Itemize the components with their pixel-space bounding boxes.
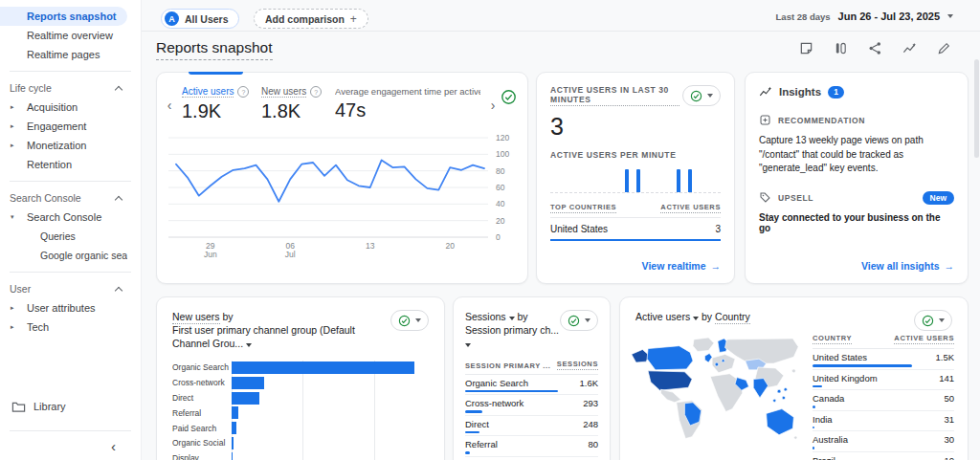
bar-track [232,392,429,405]
row-value: 10 [944,455,954,460]
scrollbar[interactable] [974,59,979,158]
data-quality-dropdown[interactable] [390,310,429,331]
chevron-down-icon [707,94,713,98]
add-comparison-button[interactable]: Add comparison + [254,9,368,29]
sidebar-item-realtime-overview[interactable]: Realtime overview [0,26,127,45]
new-users-bar-chart: Organic SearchCross-networkDirectReferra… [172,361,429,460]
section-title: Life cycle [10,82,52,94]
row-value: 1.5K [935,352,954,362]
metric-tab-new-users[interactable]: New users? 1.8K [261,86,335,122]
collapse-section-icon[interactable] [115,195,122,203]
row-label: Canada [813,393,844,404]
sidebar-item-queries[interactable]: Queries [0,227,127,246]
sidebar-item-user-attributes[interactable]: ▸User attributes [0,298,127,318]
country-table: United States1.5KUnited Kingdom141Canada… [813,349,954,460]
data-quality-dropdown[interactable] [560,310,598,331]
title-dimension[interactable]: Country [715,311,750,324]
metric-tab-avg-engagement-time[interactable]: Average engagement time per active us 47… [335,86,480,121]
help-icon: ? [310,86,322,98]
row-label: Cross-network [465,398,523,408]
sidebar-item-google-organic-search-traf[interactable]: Google organic search traf... [0,246,127,265]
chevron-down-icon [693,317,699,320]
bar [232,452,233,460]
title-dimension[interactable]: Session primary ch... [465,324,559,349]
data-quality-icon[interactable] [501,89,517,105]
row-value: 1.6K [579,378,598,388]
bar [232,437,234,449]
title-metric[interactable]: Sessions [465,311,515,322]
active-metric-tab-indicator [189,72,243,75]
new-badge: New [923,191,954,205]
row-bar [813,364,912,367]
sessions-table: Organic Search1.6KCross-network293Direct… [465,375,598,460]
report-nav-top: Reports snapshotRealtime overviewRealtim… [0,7,141,64]
insights-icon[interactable] [902,41,917,55]
svg-text:20: 20 [445,241,455,251]
divider [10,71,131,72]
comparison-icon[interactable] [834,41,848,55]
metric-value: 1.9K [182,100,261,122]
chevron-down-icon [415,318,421,322]
plus-icon: + [350,12,357,26]
audience-segment-pill[interactable]: A All Users [161,9,239,29]
metric-label: New users [261,86,306,98]
recommendation-text: Capture 13 weekly page views on path "/c… [759,134,958,176]
data-quality-dropdown[interactable] [682,85,721,106]
sidebar-item-reports-snapshot[interactable]: Reports snapshot [0,7,127,26]
column-header: ACTIVE USERS [894,334,954,344]
svg-text:40: 40 [496,199,505,208]
table-row-line: Canada50 [813,393,954,404]
sidebar-item-retention[interactable]: Retention [0,155,127,174]
edit-icon[interactable] [937,41,951,55]
audience-avatar: A [165,11,179,26]
bar-row-display: Display [172,450,429,460]
collapse-section-icon[interactable] [115,286,122,294]
table-row: United States 3 [550,224,721,241]
insights-title: Insights [779,86,821,98]
feedback-note-icon[interactable] [799,41,813,55]
folder-icon [11,400,26,414]
sidebar-item-acquisition[interactable]: ▸Acquisition [0,98,127,117]
expand-icon: ▸ [11,142,14,149]
row-value: 31 [944,414,954,425]
top-countries-header: TOP COUNTRIES [550,203,616,213]
check-circle-icon [568,315,580,327]
view-all-insights-link[interactable]: View all insights → [861,260,954,272]
collapse-sidebar-icon[interactable]: ‹ [111,439,116,453]
column-header: SESSION PRIMARY ... [465,361,550,370]
sidebar-item-library[interactable]: Library [0,396,141,417]
sidebar-item-engagement[interactable]: ▸Engagement [0,117,127,136]
sidebar-item-label: Realtime pages [27,49,100,60]
collapse-section-icon[interactable] [115,85,122,93]
title-dimension[interactable]: First user primary channel group (Defaul… [172,324,355,349]
upsell-text: Stay connected to your business on the g… [759,212,954,233]
metrics-prev-icon[interactable]: ‹ [157,98,182,113]
row-label: Australia [813,434,848,445]
table-row-line: Cross-network293 [465,398,598,408]
sidebar-item-monetization[interactable]: ▸Monetization [0,136,127,155]
row-bar [813,447,814,449]
data-quality-dropdown[interactable] [914,310,952,331]
bar-row-paid-search: Paid Search [172,421,429,436]
column-header: SESSIONS [557,360,598,370]
row-value: 293 [583,398,598,408]
active-users-header: ACTIVE USERS [660,203,721,213]
report-toolbar [799,41,951,55]
table-row: Cross-network293 [465,395,598,416]
metric-tab-active-users[interactable]: Active users? 1.9K [182,86,261,122]
bar-row-direct: Direct [172,390,429,405]
table-row-line: India31 [813,414,954,425]
sidebar-item-realtime-pages[interactable]: Realtime pages [0,45,127,64]
share-icon[interactable] [868,41,882,55]
sidebar-item-search-console[interactable]: ▾Search Console [0,208,127,227]
audience-pill-label: All Users [185,13,229,25]
title-metric[interactable]: Active users [635,311,699,322]
sidebar-item-tech[interactable]: ▸Tech [0,318,127,337]
date-range-picker[interactable]: Last 28 days Jun 26 - Jul 23, 2025 [776,11,953,22]
table-row: Organic Search1.6K [465,375,598,396]
view-realtime-link[interactable]: View realtime → [642,260,721,272]
sidebar-item-label: Realtime overview [27,30,113,41]
table-row: United Kingdom141 [813,370,954,391]
table-row: India31 [813,411,954,432]
sidebar-bottom: Library ‹ [0,396,141,460]
